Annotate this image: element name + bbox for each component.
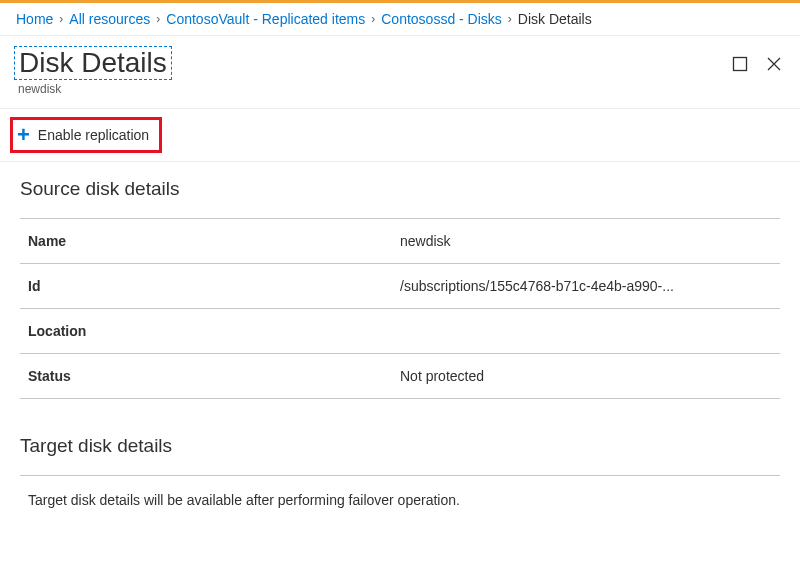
svg-rect-0 [734, 58, 747, 71]
detail-value: Not protected [400, 368, 780, 384]
source-details-table: Name newdisk Id /subscriptions/155c4768-… [20, 218, 780, 399]
breadcrumb-vault[interactable]: ContosoVault - Replicated items [166, 11, 365, 27]
target-details-message: Target disk details will be available af… [20, 475, 780, 508]
detail-row-status: Status Not protected [20, 354, 780, 399]
detail-label: Status [20, 368, 400, 384]
close-icon[interactable] [766, 56, 782, 72]
detail-value: newdisk [400, 233, 780, 249]
chevron-right-icon: › [371, 12, 375, 26]
detail-label: Location [20, 323, 400, 339]
page-title: Disk Details [14, 46, 172, 80]
blade-content: Source disk details Name newdisk Id /sub… [0, 162, 800, 524]
target-details-heading: Target disk details [20, 435, 780, 457]
source-details-heading: Source disk details [20, 178, 780, 200]
breadcrumb-disks[interactable]: Contosossd - Disks [381, 11, 502, 27]
detail-value: /subscriptions/155c4768-b71c-4e4b-a990-.… [400, 278, 780, 294]
breadcrumb: Home › All resources › ContosoVault - Re… [0, 3, 800, 36]
detail-label: Name [20, 233, 400, 249]
restore-window-icon[interactable] [732, 56, 748, 72]
detail-row-name: Name newdisk [20, 219, 780, 264]
chevron-right-icon: › [59, 12, 63, 26]
enable-replication-button[interactable]: + Enable replication [10, 117, 162, 153]
breadcrumb-all-resources[interactable]: All resources [69, 11, 150, 27]
breadcrumb-current: Disk Details [518, 11, 592, 27]
enable-replication-label: Enable replication [38, 127, 149, 143]
page-subtitle: newdisk [18, 82, 732, 96]
detail-label: Id [20, 278, 400, 294]
detail-row-id: Id /subscriptions/155c4768-b71c-4e4b-a99… [20, 264, 780, 309]
detail-value [400, 323, 780, 339]
command-bar: + Enable replication [0, 109, 800, 162]
chevron-right-icon: › [156, 12, 160, 26]
chevron-right-icon: › [508, 12, 512, 26]
breadcrumb-home[interactable]: Home [16, 11, 53, 27]
blade-header: Disk Details newdisk [0, 36, 800, 109]
detail-row-location: Location [20, 309, 780, 354]
plus-icon: + [17, 124, 30, 146]
